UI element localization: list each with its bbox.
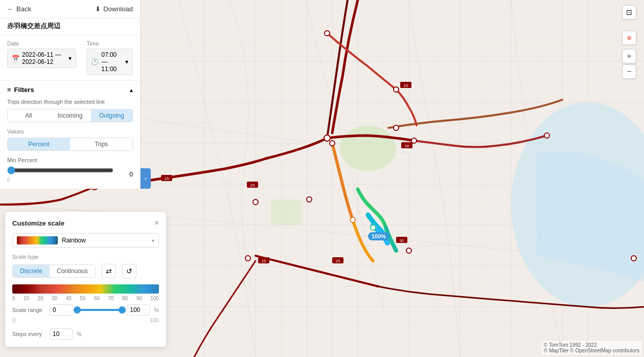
left-panel: ← Back ⬇ Download 赤羽橋交差点周辺 Date 📅 2022-0… xyxy=(0,0,141,189)
download-label: Download xyxy=(103,5,133,13)
svg-point-40 xyxy=(394,125,399,130)
direction-outgoing-button[interactable]: Outgoing xyxy=(91,109,132,122)
range-max-label: 100 xyxy=(150,318,158,323)
rainbow-bar-preview xyxy=(17,236,58,244)
collapse-icon: ‹ xyxy=(145,175,147,182)
steps-row: Steps every % xyxy=(12,328,159,340)
filters-toggle[interactable]: ≡ Filters ▴ xyxy=(0,81,140,99)
svg-point-44 xyxy=(253,199,258,205)
map-zoom-controls: + − xyxy=(622,49,636,79)
svg-point-43 xyxy=(371,225,376,230)
customize-title: Customize scale xyxy=(12,219,64,227)
scale-type-label: Scale type xyxy=(12,254,159,260)
svg-text:15: 15 xyxy=(262,259,266,263)
range-thumb-right[interactable] xyxy=(119,306,126,314)
values-section: Values Percent Trips xyxy=(7,128,133,151)
customize-header: Customize scale × xyxy=(12,219,159,227)
values-percent-button[interactable]: Percent xyxy=(8,138,70,150)
min-percent-slider[interactable] xyxy=(7,166,113,174)
color-scheme-chevron-icon: ▾ xyxy=(152,238,154,243)
filters-title: ≡ Filters xyxy=(7,86,34,94)
tick-10: 10 xyxy=(24,296,29,301)
range-min-label: 0 xyxy=(13,318,16,323)
scale-range-max-input[interactable] xyxy=(127,304,150,316)
date-time-row: Date 📅 2022-06-11 — 2022-06-12 ▾ Time 🕐 … xyxy=(7,40,133,75)
svg-point-45 xyxy=(307,197,312,202)
scale-range-label: Scale range xyxy=(12,307,45,313)
min-percent-label: Min Percent xyxy=(7,157,133,163)
swap-button[interactable]: ⇄ xyxy=(102,264,116,278)
date-time-section: Date 📅 2022-06-11 — 2022-06-12 ▾ Time 🕐 … xyxy=(0,35,140,81)
percent-badge: 100% xyxy=(368,232,389,240)
calendar-icon: 📅 xyxy=(12,55,19,62)
tick-40: 40 xyxy=(66,296,72,301)
customize-scale-panel: Customize scale × Rainbow ▾ Scale type D… xyxy=(5,212,166,347)
tick-80: 80 xyxy=(122,296,128,301)
direction-incoming-button[interactable]: Incoming xyxy=(49,109,90,122)
direction-filter-label: Trips direction through the selected lin… xyxy=(7,99,133,105)
min-percent-value: 0 xyxy=(118,171,133,178)
svg-text:15: 15 xyxy=(165,176,169,181)
compass-button[interactable]: ⊕ xyxy=(622,31,636,45)
clock-icon: 🕐 xyxy=(91,58,99,65)
color-scheme-selector[interactable]: Rainbow ▾ xyxy=(12,233,159,248)
scale-continuous-button[interactable]: Continuous xyxy=(50,265,95,277)
svg-point-38 xyxy=(325,31,330,36)
tick-30: 30 xyxy=(52,296,57,301)
min-percent-slider-container: 0 xyxy=(7,166,113,183)
tick-60: 60 xyxy=(94,296,100,301)
reset-button[interactable]: ↺ xyxy=(122,264,136,278)
steps-input[interactable] xyxy=(50,328,73,340)
slider-ticks: 0 xyxy=(7,177,113,183)
back-button[interactable]: ← Back xyxy=(7,5,31,13)
filters-body: Trips direction through the selected lin… xyxy=(0,99,140,189)
scale-discrete-button[interactable]: Discrete xyxy=(13,265,50,277)
hamburger-icon: ≡ xyxy=(7,86,11,94)
svg-text:25: 25 xyxy=(250,183,255,188)
values-trips-button[interactable]: Trips xyxy=(70,138,132,150)
scale-type-toggle-group: Discrete Continuous xyxy=(12,264,96,278)
time-chevron-icon: ▾ xyxy=(125,58,128,65)
svg-text:25: 25 xyxy=(404,83,408,88)
panel-collapse-button[interactable]: ‹ xyxy=(141,168,151,189)
zoom-in-button[interactable]: + xyxy=(622,49,636,63)
download-icon: ⬇ xyxy=(95,5,101,13)
time-label: Time xyxy=(86,40,133,47)
date-chevron-icon: ▾ xyxy=(68,55,72,62)
svg-point-42 xyxy=(350,217,355,222)
scale-range-min-input[interactable] xyxy=(50,304,73,316)
scale-range-row: Scale range % xyxy=(12,304,159,316)
zoom-out-button[interactable]: − xyxy=(622,64,636,79)
scale-range-unit: % xyxy=(154,307,159,313)
date-field: Date 📅 2022-06-11 — 2022-06-12 ▾ xyxy=(7,40,76,75)
svg-point-39 xyxy=(394,87,399,92)
screenshot-button[interactable]: ⊡ xyxy=(622,5,636,19)
svg-point-37 xyxy=(330,141,335,146)
svg-text:30: 30 xyxy=(400,238,404,243)
svg-point-49 xyxy=(631,256,636,261)
date-selector[interactable]: 📅 2022-06-11 — 2022-06-12 ▾ xyxy=(7,49,76,68)
svg-point-33 xyxy=(340,125,396,171)
steps-unit: % xyxy=(77,331,82,337)
min-percent-section: Min Percent 0 0 xyxy=(7,157,133,183)
svg-point-48 xyxy=(544,133,549,138)
values-toggle-group: Percent Trips xyxy=(7,138,133,151)
download-button[interactable]: ⬇ Download xyxy=(95,5,133,13)
range-thumb-left[interactable] xyxy=(74,306,81,314)
direction-all-button[interactable]: All xyxy=(8,109,49,122)
filters-label: Filters xyxy=(14,86,34,94)
time-selector[interactable]: 🕐 07:00 — 11:00 ▾ xyxy=(86,49,133,75)
svg-text:25: 25 xyxy=(336,259,340,263)
gradient-ticks: 0 10 20 30 40 50 60 70 80 90 100 xyxy=(12,296,159,301)
svg-point-41 xyxy=(411,138,417,143)
direction-toggle-group: All Incoming Outgoing xyxy=(7,109,133,122)
tick-50: 50 xyxy=(80,296,85,301)
back-icon: ← xyxy=(7,5,14,13)
tick-20: 20 xyxy=(38,296,43,301)
location-title: 赤羽橋交差点周辺 xyxy=(0,18,140,35)
back-label: Back xyxy=(16,5,31,13)
close-button[interactable]: × xyxy=(154,219,159,227)
svg-text:30: 30 xyxy=(405,144,409,148)
tick-70: 70 xyxy=(108,296,113,301)
map-attribution: © TomTom 1992 - 2022 © MapTiler © OpenSt… xyxy=(542,341,641,354)
